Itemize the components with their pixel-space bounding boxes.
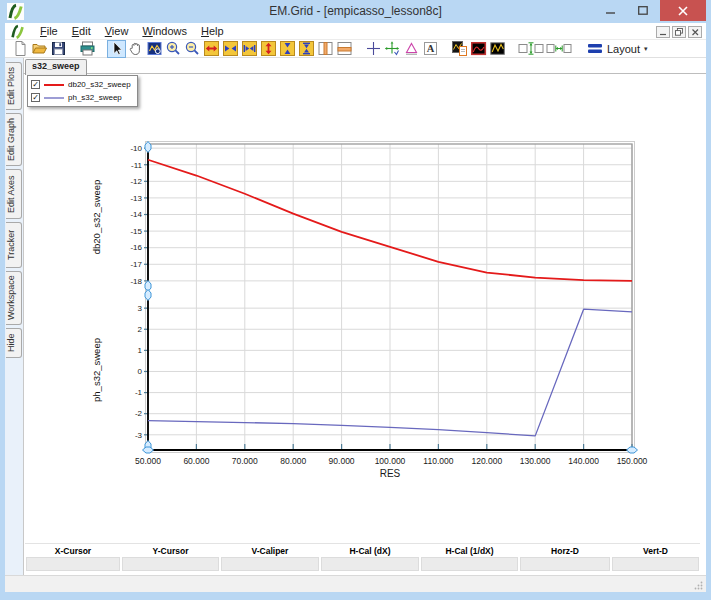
add-marker-icon[interactable] <box>364 40 383 58</box>
layout-icon <box>587 40 603 57</box>
mdi-restore-button[interactable] <box>672 26 686 38</box>
zoom-region-icon[interactable] <box>145 40 164 58</box>
readout-value-y-cursor <box>122 557 219 571</box>
readout-value-row <box>25 557 700 571</box>
svg-text:130.000: 130.000 <box>520 456 551 466</box>
tracker-cursor-icon[interactable] <box>383 40 402 58</box>
split-vertical-icon[interactable] <box>316 40 335 58</box>
new-document-icon[interactable] <box>11 40 30 58</box>
svg-text:60.000: 60.000 <box>183 456 209 466</box>
layout-button[interactable]: Layout ▾ <box>583 39 652 58</box>
svg-text:-3: -3 <box>135 431 143 440</box>
legend-checkbox-ph[interactable]: ✓ <box>31 93 40 102</box>
svg-text:-17: -17 <box>130 260 142 269</box>
close-icon <box>678 6 688 16</box>
zoom-out-icon[interactable] <box>183 40 202 58</box>
svg-text:50.000: 50.000 <box>135 456 161 466</box>
tab-s32-sweep[interactable]: s32_sweep <box>25 59 87 75</box>
export-plot-image-icon[interactable] <box>450 40 469 58</box>
svg-text:90.000: 90.000 <box>329 456 355 466</box>
menu-view[interactable]: View <box>98 25 136 37</box>
delta-caliper-icon[interactable] <box>402 40 421 58</box>
svg-text:1: 1 <box>138 346 143 355</box>
svg-text:-10: -10 <box>130 144 142 153</box>
maximize-button[interactable] <box>628 0 658 21</box>
menu-windows[interactable]: Windows <box>135 25 194 37</box>
layout-caret-icon: ▾ <box>644 45 648 53</box>
legend-label-db20: db20_s32_sweep <box>68 80 131 89</box>
menu-edit[interactable]: Edit <box>65 25 98 37</box>
plot-canvas[interactable]: -10-11-12-13-14-15-16-17-183210-1-2-350.… <box>90 135 650 485</box>
pan-hand-icon[interactable] <box>126 40 145 58</box>
add-text-icon[interactable]: A <box>421 40 440 58</box>
fit-x-axis-icon[interactable] <box>240 40 259 58</box>
svg-text:-15: -15 <box>130 227 142 236</box>
readout-col-x-cursor: X-Cursor <box>25 546 121 556</box>
svg-text:-2: -2 <box>135 409 143 418</box>
mdi-child-icon <box>10 24 25 39</box>
sidebar-tab-edit-axes[interactable]: Edit Axes <box>6 169 22 219</box>
svg-text:150.000: 150.000 <box>617 456 648 466</box>
sidebar-tab-edit-plots[interactable]: Edit Plots <box>6 62 22 110</box>
svg-text:3: 3 <box>138 304 143 313</box>
document-tab-bar <box>23 58 706 74</box>
svg-text:-12: -12 <box>130 177 142 186</box>
menu-file[interactable]: File <box>33 25 65 37</box>
readout-col-y-cursor: Y-Cursor <box>121 546 220 556</box>
readout-value-horz-d <box>520 557 610 571</box>
equalize-vertical-spacing-icon[interactable] <box>517 40 545 58</box>
sidebar-tab-hide[interactable]: Hide <box>6 328 22 358</box>
minimize-button[interactable] <box>596 0 626 21</box>
svg-text:110.000: 110.000 <box>423 456 453 466</box>
menu-help[interactable]: Help <box>194 25 231 37</box>
window-border-right <box>706 23 711 600</box>
legend-line-sample-red <box>44 83 64 87</box>
svg-text:-16: -16 <box>130 243 142 252</box>
svg-text:A: A <box>427 43 435 54</box>
zoom-in-icon[interactable] <box>164 40 183 58</box>
legend-row-ph: ✓ ph_s32_sweep <box>31 91 131 104</box>
svg-text:100.000: 100.000 <box>375 456 406 466</box>
select-pointer-icon[interactable] <box>107 40 126 58</box>
title-bar: EM.Grid - [empicasso_lesson8c] <box>0 0 711 23</box>
legend-checkbox-db20[interactable]: ✓ <box>31 80 40 89</box>
readout-value-hcal-1dx <box>421 557 518 571</box>
print-icon[interactable] <box>78 40 97 58</box>
mdi-close-button[interactable] <box>688 26 702 38</box>
mdi-window-controls <box>656 26 702 38</box>
svg-text:2: 2 <box>138 325 143 334</box>
legend-row-db20: ✓ db20_s32_sweep <box>31 78 131 91</box>
svg-text:-18: -18 <box>130 277 142 286</box>
open-file-icon[interactable] <box>30 40 49 58</box>
sidebar-tab-workspace[interactable]: Workspace <box>6 271 22 325</box>
expand-y-axis-icon[interactable] <box>259 40 278 58</box>
svg-text:120.000: 120.000 <box>471 456 502 466</box>
svg-text:-14: -14 <box>130 210 142 219</box>
equalize-horizontal-spacing-icon[interactable] <box>545 40 573 58</box>
sidebar-tab-tracker[interactable]: Tracker <box>6 222 22 268</box>
compress-y-axis-icon[interactable] <box>278 40 297 58</box>
plot-style-yellow-icon[interactable] <box>488 40 507 58</box>
save-icon[interactable] <box>49 40 68 58</box>
toolbar: A Layout ▾ <box>5 40 706 58</box>
expand-x-axis-icon[interactable] <box>202 40 221 58</box>
mdi-minimize-button[interactable] <box>656 26 670 38</box>
svg-text:-13: -13 <box>130 194 142 203</box>
svg-text:db20_s32_sweep: db20_s32_sweep <box>91 180 102 254</box>
svg-text:-11: -11 <box>131 161 143 170</box>
close-button[interactable] <box>660 0 706 21</box>
svg-text:70.000: 70.000 <box>232 456 258 466</box>
readout-value-vert-d <box>612 557 699 571</box>
readout-col-v-caliper: V-Caliper <box>220 546 320 556</box>
split-horizontal-icon[interactable] <box>335 40 354 58</box>
svg-text:-1: -1 <box>135 388 143 397</box>
compress-x-axis-icon[interactable] <box>221 40 240 58</box>
legend-line-sample-blue <box>44 96 64 100</box>
plot-style-red-icon[interactable] <box>469 40 488 58</box>
status-bar <box>5 575 706 592</box>
resize-grip[interactable] <box>694 581 703 590</box>
readout-value-v-caliper <box>221 557 319 571</box>
sidebar-tab-edit-graph[interactable]: Edit Graph <box>6 113 22 166</box>
fit-y-axis-icon[interactable] <box>297 40 316 58</box>
readout-value-hcal-dx <box>321 557 419 571</box>
